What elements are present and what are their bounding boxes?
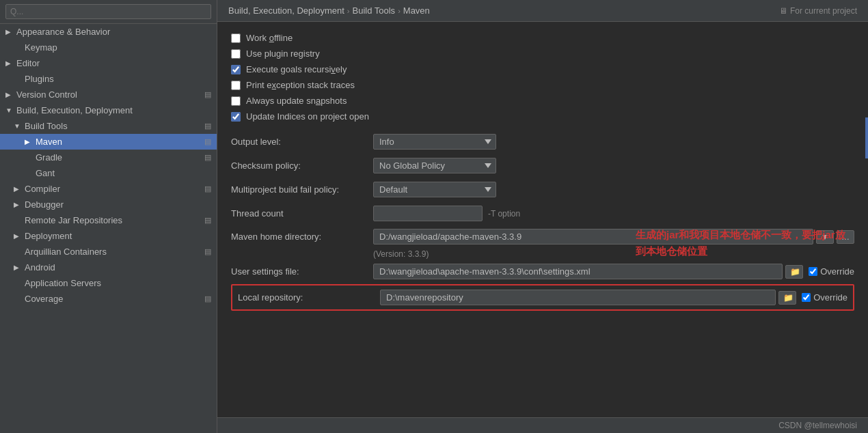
sidebar-item-label: Build, Execution, Deployment (16, 105, 133, 115)
checkbox-print-exception: Print exception stack traces (231, 77, 854, 93)
sidebar-item-build-exec-deploy[interactable]: ▼Build, Execution, Deployment (0, 102, 217, 118)
sidebar-item-maven[interactable]: ▶Maven▤ (0, 134, 217, 150)
multiproject-policy-row: Multiproject build fail policy: Default … (231, 178, 854, 201)
thread-count-label: Thread count (231, 208, 368, 219)
sidebar-arrow: ▶ (14, 185, 22, 193)
local-repo-override-checkbox[interactable] (802, 293, 811, 302)
user-settings-label: User settings file: (231, 266, 368, 277)
always-update-checkbox[interactable] (231, 96, 241, 106)
sidebar-arrow: ▶ (25, 138, 33, 145)
breadcrumb-path: Build, Execution, Deployment › Build Too… (228, 5, 430, 16)
sidebar-item-deployment[interactable]: ▶Deployment (0, 228, 217, 244)
local-repo-override-label: Override (813, 292, 847, 303)
user-settings-override-checkbox[interactable] (809, 267, 817, 276)
annotation-text: 生成的jar和我项目本地仓储不一致，要把jar放到本地仓储位置 (636, 227, 854, 260)
update-indices-label[interactable]: Update Indices on project open (246, 111, 369, 122)
update-indices-checkbox[interactable] (231, 112, 241, 122)
breadcrumb-segment-3: Maven (403, 5, 430, 16)
repo-icon: ▤ (204, 137, 211, 146)
sidebar-item-gradle[interactable]: Gradle▤ (0, 150, 217, 165)
footer-text: CSDN @tellmewhoisi (778, 421, 857, 430)
sidebar-search-container (0, 0, 217, 24)
work-offline-checkbox[interactable] (231, 33, 241, 43)
local-repo-row: Local repository: 📁 Override (238, 290, 847, 305)
breadcrumb-segment-1: Build, Execution, Deployment (228, 5, 344, 16)
breadcrumb-sep-2: › (398, 7, 401, 15)
repo-icon: ▤ (204, 247, 211, 256)
use-plugin-checkbox[interactable] (231, 49, 241, 59)
use-plugin-label[interactable]: Use plugin registry (246, 48, 320, 59)
user-settings-input[interactable] (373, 264, 783, 279)
sidebar-item-app-servers[interactable]: Application Servers (0, 275, 217, 291)
sidebar-item-label: Remote Jar Repositories (25, 215, 122, 225)
sidebar-item-build-tools[interactable]: ▼Build Tools▤ (0, 118, 217, 134)
sidebar-item-label: Appearance & Behavior (16, 27, 110, 37)
local-repo-label: Local repository: (238, 292, 375, 303)
print-exception-checkbox[interactable] (231, 81, 241, 90)
sidebar-item-gant[interactable]: Gant (0, 165, 217, 181)
user-settings-override: Override (809, 266, 854, 277)
breadcrumb-sep-1: › (347, 7, 350, 15)
output-level-select[interactable]: Info Debug Warn Error (373, 134, 496, 150)
checkbox-use-plugin: Use plugin registry (231, 46, 854, 61)
multiproject-policy-label: Multiproject build fail policy: (231, 184, 368, 195)
sidebar-item-android[interactable]: ▶Android (0, 260, 217, 275)
sidebar-item-versioncontrol[interactable]: ▶Version Control▤ (0, 87, 217, 102)
sidebar-item-label: Keymap (25, 42, 57, 53)
sidebar-item-keymap[interactable]: Keymap (0, 40, 217, 55)
user-settings-row: User settings file: 📁 Override (231, 260, 854, 283)
sidebar-item-remote-jar[interactable]: Remote Jar Repositories▤ (0, 212, 217, 228)
repo-icon: ▤ (204, 294, 211, 303)
print-exception-label[interactable]: Print exception stack traces (246, 80, 355, 90)
sidebar-item-label: Compiler (25, 184, 60, 194)
thread-count-input[interactable] (373, 206, 483, 221)
footer-bar: CSDN @tellmewhoisi (217, 417, 868, 433)
sidebar-item-debugger[interactable]: ▶Debugger (0, 197, 217, 212)
sidebar-item-appearance[interactable]: ▶Appearance & Behavior (0, 24, 217, 40)
sidebar-item-label: Gant (36, 168, 55, 178)
sidebar-arrow: ▶ (5, 91, 14, 98)
execute-goals-label[interactable]: Execute goals recursively (246, 64, 347, 74)
sidebar-item-label: Version Control (16, 89, 77, 100)
user-settings-browse-button[interactable]: 📁 (785, 265, 803, 279)
repo-icon: ▤ (204, 184, 211, 193)
blue-indicator (865, 117, 868, 158)
monitor-icon: 🖥 (779, 6, 787, 16)
user-settings-override-label: Override (820, 266, 854, 277)
search-input[interactable] (5, 4, 211, 19)
always-update-label[interactable]: Always update snapshots (246, 96, 347, 106)
maven-home-label: Maven home directory: (231, 232, 368, 242)
sidebar-item-arquillian[interactable]: Arquillian Containers▤ (0, 244, 217, 260)
sidebar-arrow: ▼ (5, 107, 14, 114)
multiproject-policy-select[interactable]: Default At End Never Always (373, 182, 496, 197)
execute-goals-checkbox[interactable] (231, 65, 241, 74)
t-option-label: -T option (488, 209, 520, 219)
sidebar-arrow: ▶ (5, 28, 14, 36)
local-repo-browse-button[interactable]: 📁 (778, 291, 796, 305)
checkbox-always-update: Always update snapshots (231, 93, 854, 109)
sidebar-item-label: Deployment (25, 231, 72, 241)
breadcrumb-segment-2: Build Tools (352, 5, 395, 16)
sidebar-item-editor[interactable]: ▶Editor (0, 55, 217, 71)
sidebar-arrow: ▶ (5, 59, 14, 67)
sidebar-arrow: ▶ (14, 201, 22, 208)
sidebar-arrow: ▼ (14, 122, 22, 130)
sidebar-item-coverage[interactable]: Coverage▤ (0, 291, 217, 307)
settings-panel: Work offline Use plugin registry Execute… (217, 22, 868, 417)
sidebar-item-plugins[interactable]: Plugins (0, 71, 217, 87)
repo-icon: ▤ (204, 216, 211, 225)
output-level-label: Output level: (231, 137, 368, 147)
sidebar-item-compiler[interactable]: ▶Compiler▤ (0, 181, 217, 197)
sidebar: ▶Appearance & BehaviorKeymap▶EditorPlugi… (0, 0, 217, 433)
checksum-policy-label: Checksum policy: (231, 160, 368, 171)
checksum-policy-row: Checksum policy: No Global Policy Strict… (231, 154, 854, 178)
work-offline-label[interactable]: Work offline (246, 33, 293, 43)
output-level-row: Output level: Info Debug Warn Error (231, 130, 854, 154)
checksum-policy-select[interactable]: No Global Policy Strict Lax Warn (373, 158, 496, 173)
sidebar-item-label: Arquillian Containers (25, 247, 107, 257)
sidebar-item-label: Coverage (25, 294, 63, 304)
local-repo-input[interactable] (380, 290, 776, 305)
breadcrumb-for-project: 🖥 For current project (779, 6, 857, 16)
checkbox-work-offline: Work offline (231, 30, 854, 46)
sidebar-arrow: ▶ (14, 232, 22, 240)
